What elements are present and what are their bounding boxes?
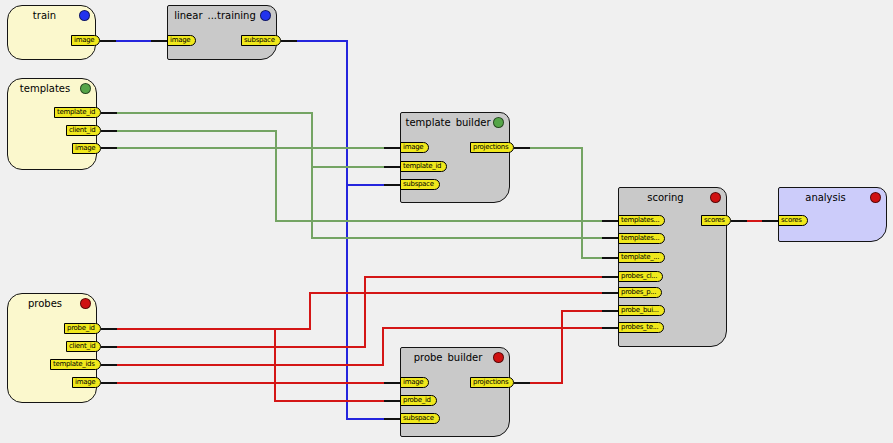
port-templates-template_id-0[interactable]: template_id — [54, 107, 101, 118]
node-title-probe-builder: probe_builder — [405, 352, 491, 363]
port-scoring-template_-2[interactable]: template_... — [618, 252, 665, 263]
port-probes-probe_id-0[interactable]: probe_id — [64, 323, 101, 334]
port-scoring-templates-1[interactable]: templates... — [618, 233, 665, 244]
node-train[interactable]: train — [7, 5, 96, 60]
status-dot-icon — [870, 192, 881, 203]
node-title-analysis: analysis — [783, 192, 868, 203]
port-template-builder-template_id-1[interactable]: template_id — [400, 161, 447, 172]
port-scoring-scores-7[interactable]: scores — [701, 215, 731, 226]
node-title-probes: probes — [12, 298, 78, 309]
node-title-train: train — [12, 10, 77, 21]
port-scoring-probe_bui-5[interactable]: probe_bui... — [618, 305, 665, 316]
wire-templates-client-id-to-scoring[interactable] — [101, 131, 618, 221]
status-dot-icon — [493, 352, 504, 363]
node-templates[interactable]: templates — [7, 78, 97, 170]
wire-probe-builder-projections-to-scoring[interactable] — [514, 311, 618, 383]
port-analysis-scores-0[interactable]: scores — [778, 215, 808, 226]
status-dot-icon — [79, 10, 90, 21]
port-train-image-0[interactable]: image — [71, 35, 100, 46]
port-template-builder-image-0[interactable]: image — [400, 142, 429, 153]
node-title-templates: templates — [12, 83, 78, 94]
status-dot-icon — [80, 83, 91, 94]
node-title-scoring: scoring — [623, 192, 708, 203]
port-scoring-probes_te-6[interactable]: probes_te... — [618, 322, 664, 333]
status-dot-icon — [493, 117, 504, 128]
port-probes-client_id-1[interactable]: client_id — [66, 341, 101, 352]
node-title-linear-training: linear_...training — [172, 10, 258, 21]
port-probe-builder-probe_id-1[interactable]: probe_id — [400, 395, 437, 406]
port-probe-builder-subspace-2[interactable]: subspace — [400, 413, 440, 424]
port-templates-client_id-1[interactable]: client_id — [66, 125, 101, 136]
wire-template-builder-projections-to-scoring[interactable] — [514, 148, 618, 258]
port-templates-image-2[interactable]: image — [72, 143, 101, 154]
wire-probe-id-to-scoring[interactable] — [101, 293, 618, 329]
port-template-builder-projections-3[interactable]: projections — [470, 142, 514, 153]
status-dot-icon — [260, 10, 271, 21]
node-linear-training[interactable]: linear_...training — [167, 5, 277, 60]
port-linear-training-subspace-1[interactable]: subspace — [241, 35, 281, 46]
port-probe-builder-projections-3[interactable]: projections — [470, 377, 514, 388]
wire-probes-client-id-to-scoring[interactable] — [101, 277, 618, 347]
status-dot-icon — [80, 298, 91, 309]
port-template-builder-subspace-2[interactable]: subspace — [400, 179, 440, 190]
port-scoring-templates-0[interactable]: templates... — [618, 215, 665, 226]
status-dot-icon — [710, 192, 721, 203]
port-linear-training-image-0[interactable]: image — [167, 35, 196, 46]
port-probe-builder-image-0[interactable]: image — [400, 377, 429, 388]
port-probes-image-3[interactable]: image — [72, 377, 101, 388]
pipeline-canvas[interactable]: trainimagelinear_...trainingimagesubspac… — [0, 0, 893, 443]
port-scoring-probes_cl-3[interactable]: probes_cl... — [618, 271, 663, 282]
port-probes-template_ids-2[interactable]: template_ids — [50, 359, 101, 370]
node-title-template-builder: template_builder — [405, 117, 491, 128]
port-scoring-probes_p-4[interactable]: probes_p... — [618, 287, 662, 298]
